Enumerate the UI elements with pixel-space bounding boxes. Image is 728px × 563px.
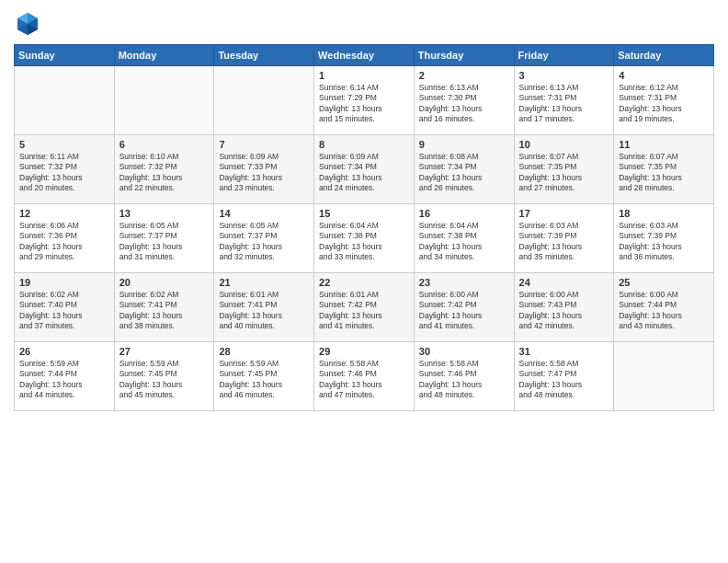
calendar-cell: 8Sunrise: 6:09 AM Sunset: 7:34 PM Daylig… xyxy=(314,135,415,204)
day-header-saturday: Saturday xyxy=(614,45,714,66)
calendar-cell: 28Sunrise: 5:59 AM Sunset: 7:45 PM Dayli… xyxy=(214,342,314,411)
calendar-cell: 18Sunrise: 6:03 AM Sunset: 7:39 PM Dayli… xyxy=(614,204,714,273)
calendar-cell xyxy=(214,66,314,135)
day-info: Sunrise: 6:11 AM Sunset: 7:32 PM Dayligh… xyxy=(19,152,109,194)
day-info: Sunrise: 6:01 AM Sunset: 7:41 PM Dayligh… xyxy=(219,290,309,332)
calendar-cell: 17Sunrise: 6:03 AM Sunset: 7:39 PM Dayli… xyxy=(514,204,614,273)
day-info: Sunrise: 6:04 AM Sunset: 7:38 PM Dayligh… xyxy=(419,221,509,263)
day-number: 14 xyxy=(219,208,309,219)
day-number: 5 xyxy=(19,139,109,150)
day-number: 19 xyxy=(19,277,109,288)
calendar-cell: 13Sunrise: 6:05 AM Sunset: 7:37 PM Dayli… xyxy=(114,204,214,273)
day-number: 11 xyxy=(619,139,709,150)
day-number: 30 xyxy=(419,346,509,357)
logo-icon xyxy=(14,9,41,37)
day-info: Sunrise: 6:09 AM Sunset: 7:33 PM Dayligh… xyxy=(219,152,309,194)
calendar-cell: 11Sunrise: 6:07 AM Sunset: 7:35 PM Dayli… xyxy=(614,135,714,204)
day-number: 10 xyxy=(519,139,609,150)
day-info: Sunrise: 6:07 AM Sunset: 7:35 PM Dayligh… xyxy=(519,152,609,194)
calendar: SundayMondayTuesdayWednesdayThursdayFrid… xyxy=(14,44,714,411)
day-number: 9 xyxy=(419,139,509,150)
day-number: 4 xyxy=(619,70,709,81)
day-number: 13 xyxy=(119,208,210,219)
calendar-cell: 9Sunrise: 6:08 AM Sunset: 7:34 PM Daylig… xyxy=(414,135,514,204)
calendar-cell: 23Sunrise: 6:00 AM Sunset: 7:42 PM Dayli… xyxy=(414,273,514,342)
calendar-cell: 20Sunrise: 6:02 AM Sunset: 7:41 PM Dayli… xyxy=(114,273,214,342)
calendar-header-row: SundayMondayTuesdayWednesdayThursdayFrid… xyxy=(15,45,714,66)
calendar-cell: 7Sunrise: 6:09 AM Sunset: 7:33 PM Daylig… xyxy=(214,135,314,204)
day-header-sunday: Sunday xyxy=(15,45,115,66)
day-number: 28 xyxy=(219,346,309,357)
calendar-cell: 14Sunrise: 6:05 AM Sunset: 7:37 PM Dayli… xyxy=(214,204,314,273)
calendar-cell: 10Sunrise: 6:07 AM Sunset: 7:35 PM Dayli… xyxy=(514,135,614,204)
day-info: Sunrise: 6:00 AM Sunset: 7:42 PM Dayligh… xyxy=(419,290,509,332)
calendar-cell xyxy=(114,66,214,135)
day-number: 29 xyxy=(319,346,409,357)
day-info: Sunrise: 5:58 AM Sunset: 7:46 PM Dayligh… xyxy=(419,359,509,401)
calendar-cell: 2Sunrise: 6:13 AM Sunset: 7:30 PM Daylig… xyxy=(414,66,514,135)
day-header-tuesday: Tuesday xyxy=(214,45,314,66)
day-info: Sunrise: 6:13 AM Sunset: 7:30 PM Dayligh… xyxy=(419,83,509,125)
day-number: 8 xyxy=(319,139,409,150)
day-number: 22 xyxy=(319,277,409,288)
calendar-cell: 12Sunrise: 6:06 AM Sunset: 7:36 PM Dayli… xyxy=(15,204,115,273)
day-number: 15 xyxy=(319,208,409,219)
day-info: Sunrise: 5:59 AM Sunset: 7:45 PM Dayligh… xyxy=(219,359,309,401)
day-info: Sunrise: 6:05 AM Sunset: 7:37 PM Dayligh… xyxy=(119,221,210,263)
week-row-0: 1Sunrise: 6:14 AM Sunset: 7:29 PM Daylig… xyxy=(15,66,714,135)
day-number: 20 xyxy=(119,277,210,288)
day-number: 6 xyxy=(119,139,210,150)
page: SundayMondayTuesdayWednesdayThursdayFrid… xyxy=(0,0,728,563)
calendar-cell: 27Sunrise: 5:59 AM Sunset: 7:45 PM Dayli… xyxy=(114,342,214,411)
logo xyxy=(14,9,45,37)
calendar-cell: 6Sunrise: 6:10 AM Sunset: 7:32 PM Daylig… xyxy=(114,135,214,204)
day-info: Sunrise: 6:08 AM Sunset: 7:34 PM Dayligh… xyxy=(419,152,509,194)
calendar-cell: 31Sunrise: 5:58 AM Sunset: 7:47 PM Dayli… xyxy=(514,342,614,411)
day-info: Sunrise: 6:00 AM Sunset: 7:44 PM Dayligh… xyxy=(619,290,709,332)
day-number: 26 xyxy=(19,346,109,357)
day-info: Sunrise: 6:14 AM Sunset: 7:29 PM Dayligh… xyxy=(319,83,409,125)
day-number: 31 xyxy=(519,346,609,357)
day-number: 21 xyxy=(219,277,309,288)
day-info: Sunrise: 6:10 AM Sunset: 7:32 PM Dayligh… xyxy=(119,152,210,194)
calendar-cell: 25Sunrise: 6:00 AM Sunset: 7:44 PM Dayli… xyxy=(614,273,714,342)
calendar-cell: 24Sunrise: 6:00 AM Sunset: 7:43 PM Dayli… xyxy=(514,273,614,342)
day-info: Sunrise: 6:09 AM Sunset: 7:34 PM Dayligh… xyxy=(319,152,409,194)
calendar-cell: 16Sunrise: 6:04 AM Sunset: 7:38 PM Dayli… xyxy=(414,204,514,273)
day-number: 16 xyxy=(419,208,509,219)
day-header-monday: Monday xyxy=(114,45,214,66)
day-info: Sunrise: 6:06 AM Sunset: 7:36 PM Dayligh… xyxy=(19,221,109,263)
day-header-wednesday: Wednesday xyxy=(314,45,415,66)
calendar-cell xyxy=(15,66,115,135)
day-number: 27 xyxy=(119,346,210,357)
day-info: Sunrise: 6:01 AM Sunset: 7:42 PM Dayligh… xyxy=(319,290,409,332)
calendar-cell: 5Sunrise: 6:11 AM Sunset: 7:32 PM Daylig… xyxy=(15,135,115,204)
week-row-4: 26Sunrise: 5:59 AM Sunset: 7:44 PM Dayli… xyxy=(15,342,714,411)
day-number: 2 xyxy=(419,70,509,81)
header xyxy=(14,9,714,37)
calendar-cell: 15Sunrise: 6:04 AM Sunset: 7:38 PM Dayli… xyxy=(314,204,415,273)
calendar-cell: 19Sunrise: 6:02 AM Sunset: 7:40 PM Dayli… xyxy=(15,273,115,342)
calendar-cell: 30Sunrise: 5:58 AM Sunset: 7:46 PM Dayli… xyxy=(414,342,514,411)
day-info: Sunrise: 6:03 AM Sunset: 7:39 PM Dayligh… xyxy=(519,221,609,263)
calendar-cell: 1Sunrise: 6:14 AM Sunset: 7:29 PM Daylig… xyxy=(314,66,415,135)
day-info: Sunrise: 6:02 AM Sunset: 7:41 PM Dayligh… xyxy=(119,290,210,332)
day-number: 18 xyxy=(619,208,709,219)
day-number: 25 xyxy=(619,277,709,288)
calendar-cell: 4Sunrise: 6:12 AM Sunset: 7:31 PM Daylig… xyxy=(614,66,714,135)
day-info: Sunrise: 6:05 AM Sunset: 7:37 PM Dayligh… xyxy=(219,221,309,263)
day-header-thursday: Thursday xyxy=(414,45,514,66)
week-row-3: 19Sunrise: 6:02 AM Sunset: 7:40 PM Dayli… xyxy=(15,273,714,342)
day-number: 17 xyxy=(519,208,609,219)
day-number: 1 xyxy=(319,70,409,81)
day-number: 3 xyxy=(519,70,609,81)
day-info: Sunrise: 6:04 AM Sunset: 7:38 PM Dayligh… xyxy=(319,221,409,263)
day-info: Sunrise: 6:07 AM Sunset: 7:35 PM Dayligh… xyxy=(619,152,709,194)
day-info: Sunrise: 5:59 AM Sunset: 7:45 PM Dayligh… xyxy=(119,359,210,401)
calendar-cell xyxy=(614,342,714,411)
week-row-2: 12Sunrise: 6:06 AM Sunset: 7:36 PM Dayli… xyxy=(15,204,714,273)
day-header-friday: Friday xyxy=(514,45,614,66)
day-info: Sunrise: 6:02 AM Sunset: 7:40 PM Dayligh… xyxy=(19,290,109,332)
day-info: Sunrise: 6:03 AM Sunset: 7:39 PM Dayligh… xyxy=(619,221,709,263)
day-number: 12 xyxy=(19,208,109,219)
